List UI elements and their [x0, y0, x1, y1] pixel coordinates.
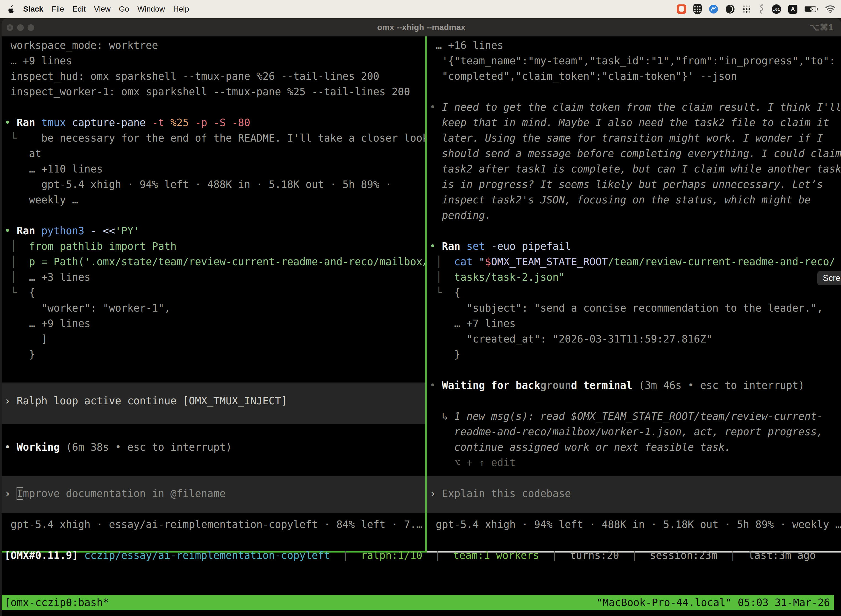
tmux-session-name: [omx-cczip0:bash*	[1, 597, 109, 609]
menu-item-view[interactable]: View	[94, 5, 111, 13]
letter-a-icon[interactable]: A	[788, 5, 797, 14]
tmux-statusbar: [omx-cczip0:bash* "MacBook-Pro-44.local"…	[1, 595, 834, 610]
squiggle-icon[interactable]	[759, 4, 765, 14]
menubar-left: SlackFileEditViewGoWindowHelp	[0, 0, 189, 18]
terminal-content: workspace_mode: worktree … +9 lines insp…	[1, 37, 841, 616]
menu-item-help[interactable]: Help	[173, 5, 189, 13]
pie-moon-icon[interactable]	[725, 4, 735, 14]
window-titlebar[interactable]: omx --xhigh --madmax ⌥⌘1	[1, 18, 841, 37]
right-prompt-input[interactable]: › Explain this codebase	[427, 476, 841, 502]
window-title: omx --xhigh --madmax	[1, 18, 841, 37]
menu-item-go[interactable]: Go	[119, 5, 129, 13]
menu-item-file[interactable]: File	[51, 5, 64, 13]
left-ralph-band: › Ralph loop active continue [OMX_TMUX_I…	[1, 383, 425, 424]
window-shortcut-badge: ⌥⌘1	[809, 18, 833, 37]
wifi-icon[interactable]	[825, 5, 835, 13]
left-prompt-input[interactable]: › Improve documentation in @filename	[1, 476, 425, 502]
right-transcript: … +16 lines '{"team_name":"my-team","tas…	[429, 38, 841, 471]
tmux-host-clock: "MacBook-Pro-44.local" 05:03 31-Mar-26	[596, 597, 834, 609]
menubar-status-area: ..61 A	[677, 0, 841, 18]
chat-app-icon[interactable]	[677, 4, 686, 14]
badge-count: ..61	[773, 7, 780, 12]
pane-left[interactable]: workspace_mode: worktree … +9 lines insp…	[1, 37, 425, 553]
menubar: SlackFileEditViewGoWindowHelp ..61	[0, 0, 841, 18]
left-transcript: workspace_mode: worktree … +9 lines insp…	[4, 38, 425, 362]
left-working-status: • Working (6m 38s • esc to interrupt)	[4, 440, 425, 455]
battery-icon[interactable]	[804, 6, 818, 12]
apple-menu-icon[interactable]	[8, 5, 15, 13]
menu-item-slack[interactable]: Slack	[23, 5, 43, 13]
left-input-band[interactable]: › Improve documentation in @filename	[1, 476, 425, 513]
letter-a: A	[791, 6, 795, 12]
grid-shield-icon[interactable]	[693, 4, 702, 14]
menu-item-window[interactable]: Window	[138, 5, 165, 13]
ralph-loop-message: › Ralph loop active continue [OMX_TMUX_I…	[1, 383, 425, 409]
left-model-statusline: gpt-5.4 xhigh · essay/ai-reimplementatio…	[4, 517, 425, 532]
right-input-band[interactable]: › Explain this codebase	[427, 476, 841, 513]
pane-right[interactable]: … +16 lines '{"team_name":"my-team","tas…	[427, 37, 841, 553]
terminal-window: omx --xhigh --madmax ⌥⌘1 workspace_mode:…	[1, 18, 841, 616]
omx-statusline: [OMX#0.11.9] cczip/essay/ai-reimplementa…	[4, 548, 841, 563]
speedtest-icon[interactable]	[709, 4, 718, 14]
screen-tooltip: Scre	[817, 271, 841, 285]
screen: SlackFileEditViewGoWindowHelp ..61	[0, 0, 841, 616]
right-model-statusline: gpt-5.4 xhigh · 94% left · 488K in · 5.1…	[429, 517, 841, 532]
badge-61-icon[interactable]: ..61	[772, 4, 781, 14]
menu-item-edit[interactable]: Edit	[72, 5, 85, 13]
dots-grid-icon[interactable]	[742, 4, 751, 14]
